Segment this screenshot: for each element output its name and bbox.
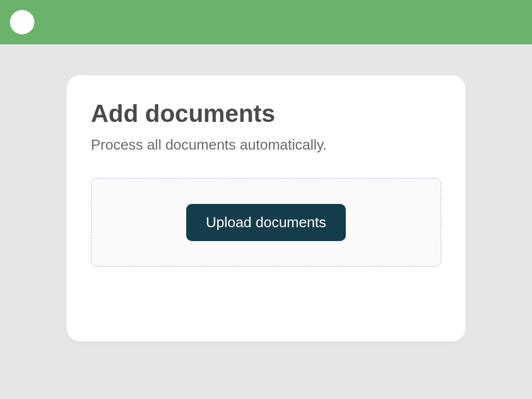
upload-documents-button[interactable]: Upload documents: [186, 204, 346, 241]
header-bar: [0, 0, 532, 44]
header-logo-circle: [10, 10, 34, 34]
card-title: Add documents: [91, 100, 441, 127]
documents-card: Add documents Process all documents auto…: [66, 75, 466, 341]
upload-dropzone[interactable]: Upload documents: [91, 178, 441, 267]
card-subtitle: Process all documents automatically.: [91, 136, 441, 154]
